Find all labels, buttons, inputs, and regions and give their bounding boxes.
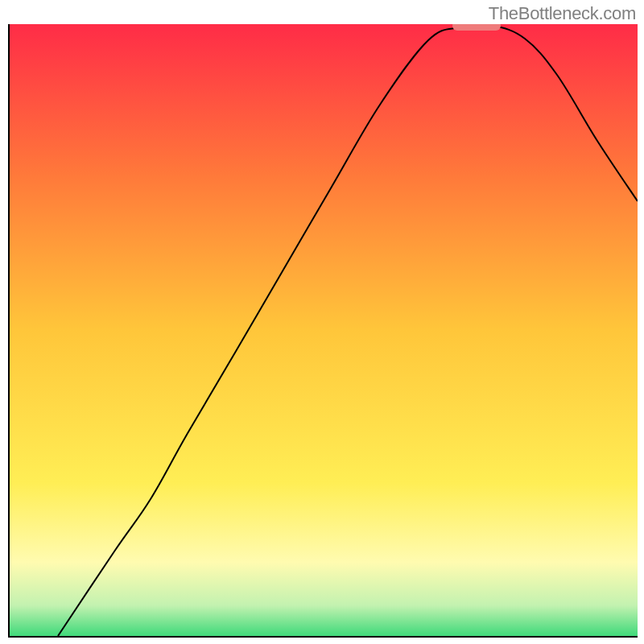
chart-plot-area: [8, 24, 638, 638]
chart-svg: [10, 24, 638, 636]
optimal-marker: [452, 24, 501, 31]
gradient-background: [10, 24, 638, 636]
watermark-text: TheBottleneck.com: [489, 3, 636, 24]
